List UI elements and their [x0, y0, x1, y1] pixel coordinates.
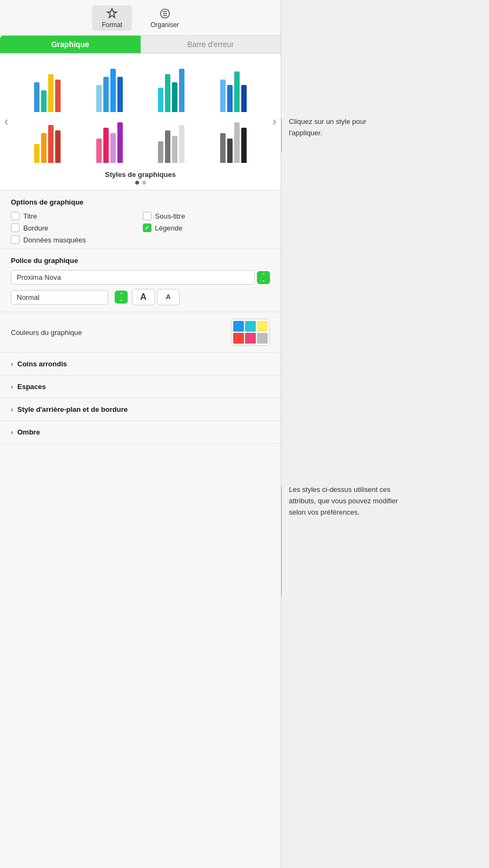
label-ombre: Ombre: [17, 428, 40, 436]
connector-line-2: [281, 487, 282, 595]
chart-nav-next[interactable]: ›: [269, 115, 280, 129]
organiser-label: Organiser: [150, 21, 179, 29]
label-espaces: Espaces: [17, 383, 46, 391]
format-button[interactable]: Format: [92, 5, 132, 31]
arrow-style-arriere-plan: ›: [11, 406, 13, 413]
font-style-row: Normal A A: [11, 289, 270, 305]
checkbox-titre[interactable]: [11, 212, 19, 220]
font-style-value: Normal: [17, 293, 39, 301]
option-legende-label: Légende: [155, 224, 183, 232]
font-size-increase[interactable]: A: [132, 289, 155, 305]
checkbox-donnees-masquees[interactable]: [11, 235, 19, 244]
arrow-coins-arrondis: ›: [11, 360, 13, 368]
option-donnees-masquees[interactable]: Données masquées: [11, 235, 138, 244]
options-grid: Titre Sous-titre Bordure Légende Données…: [11, 212, 270, 244]
dot-1[interactable]: [135, 181, 139, 185]
expand-espaces[interactable]: › Espaces: [0, 376, 281, 398]
font-section: Police du graphique Proxima Nova Normal …: [0, 249, 281, 312]
chart-options-section: Options de graphique Titre Sous-titre Bo…: [0, 190, 281, 249]
chart-styles-area: ‹ ›: [0, 54, 281, 190]
pagination-dots: [0, 181, 281, 190]
swatch-blue[interactable]: [233, 321, 244, 332]
option-donnees-masquees-label: Données masquées: [23, 236, 86, 244]
chart-style-8[interactable]: [203, 115, 263, 164]
arrow-espaces: ›: [11, 383, 13, 391]
chart-styles-title: Styles de graphiques: [0, 167, 281, 181]
colors-label: Couleurs du graphique: [11, 328, 82, 337]
chart-style-2[interactable]: [80, 64, 140, 113]
colors-section: Couleurs du graphique: [0, 312, 281, 353]
font-name-row: Proxima Nova: [11, 270, 270, 285]
swatch-pink[interactable]: [245, 333, 256, 344]
chart-nav-prev[interactable]: ‹: [1, 115, 11, 129]
chart-style-grid: [0, 59, 281, 167]
chart-style-7[interactable]: [142, 115, 202, 164]
options-title: Options de graphique: [11, 198, 270, 206]
chart-style-4[interactable]: [203, 64, 263, 113]
organiser-button[interactable]: Organiser: [141, 5, 189, 31]
swatch-gray[interactable]: [257, 333, 268, 344]
label-coins-arrondis: Coins arrondis: [17, 360, 67, 368]
tab-graphique[interactable]: Graphique: [0, 36, 141, 53]
connector-line-1: [281, 119, 282, 152]
font-name-select[interactable]: Proxima Nova: [11, 270, 255, 285]
checkbox-legende[interactable]: [143, 223, 151, 232]
option-legende[interactable]: Légende: [143, 223, 270, 232]
callout-chart-style: Cliquez sur un style pour l'appliquer.: [289, 116, 397, 139]
option-bordure[interactable]: Bordure: [11, 223, 138, 232]
font-size-decrease[interactable]: A: [157, 289, 180, 305]
dot-2[interactable]: [142, 181, 146, 185]
expand-style-arriere-plan[interactable]: › Style d'arrière-plan et de bordure: [0, 398, 281, 421]
swatch-yellow[interactable]: [257, 321, 268, 332]
chart-style-3[interactable]: [142, 64, 202, 113]
swatch-red[interactable]: [233, 333, 244, 344]
option-titre-label: Titre: [23, 212, 37, 220]
font-title: Police du graphique: [11, 257, 270, 265]
toolbar: Format Organiser: [0, 0, 281, 36]
chart-style-6[interactable]: [80, 115, 140, 164]
option-bordure-label: Bordure: [23, 224, 48, 232]
arrow-ombre: ›: [11, 429, 13, 436]
font-style-select[interactable]: Normal: [11, 290, 108, 305]
option-sous-titre-label: Sous-titre: [155, 212, 186, 220]
expand-coins-arrondis[interactable]: › Coins arrondis: [0, 353, 281, 376]
label-style-arriere-plan: Style d'arrière-plan et de bordure: [17, 405, 128, 413]
chart-style-1[interactable]: [17, 64, 77, 113]
font-size-buttons: A A: [132, 289, 180, 305]
font-style-spinner[interactable]: [115, 291, 128, 304]
format-label: Format: [102, 21, 122, 29]
callout-chart-colors: Les styles ci-dessus utilisent ces attri…: [289, 484, 402, 518]
swatch-teal[interactable]: [245, 321, 256, 332]
tab-barre-erreur[interactable]: Barre d'erreur: [141, 36, 281, 53]
checkbox-bordure[interactable]: [11, 223, 19, 232]
option-titre[interactable]: Titre: [11, 212, 138, 220]
tab-bar: Graphique Barre d'erreur: [0, 36, 281, 54]
expand-ombre[interactable]: › Ombre: [0, 421, 281, 444]
font-name-spinner[interactable]: [257, 271, 270, 284]
chart-style-5[interactable]: [17, 115, 77, 164]
checkbox-sous-titre[interactable]: [143, 212, 151, 220]
font-name-value: Proxima Nova: [17, 273, 61, 281]
option-sous-titre[interactable]: Sous-titre: [143, 212, 270, 220]
color-swatches[interactable]: [231, 319, 270, 346]
